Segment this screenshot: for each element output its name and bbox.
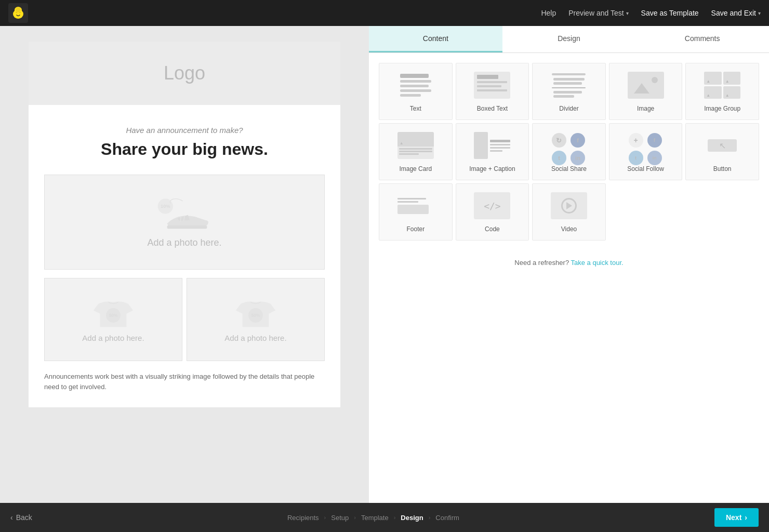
block-image-card-label: Image Card bbox=[399, 165, 432, 172]
top-navigation: Help Preview and Test ▾ Save as Template… bbox=[0, 0, 769, 26]
tab-content[interactable]: Content bbox=[369, 26, 502, 52]
image-card-top bbox=[397, 132, 434, 147]
block-video-icon bbox=[548, 190, 590, 221]
image-icon bbox=[628, 72, 664, 99]
block-image-group-label: Image Group bbox=[704, 105, 740, 112]
play-triangle-icon bbox=[566, 202, 572, 209]
email-announcement-section[interactable]: Have an announcement to make? Share your… bbox=[29, 105, 340, 175]
block-video[interactable]: Video bbox=[532, 183, 606, 241]
play-circle-icon bbox=[561, 198, 577, 214]
refresh-hint: Need a refresher? Take a quick tour. bbox=[369, 250, 769, 275]
main-layout: Logo Have an announcement to make? Share… bbox=[0, 26, 769, 503]
mailchimp-logo bbox=[8, 3, 28, 23]
img-caption-icon bbox=[474, 132, 510, 159]
share-li-icon: in bbox=[571, 151, 585, 165]
divider-icon bbox=[551, 73, 587, 98]
block-image-caption[interactable]: Image + Caption bbox=[456, 123, 529, 180]
img-cell-2 bbox=[723, 72, 741, 85]
shirt-illustration-left: 50% bbox=[87, 297, 139, 334]
quick-tour-link[interactable]: Take a quick tour. bbox=[571, 259, 624, 267]
social-follow-icon: + f t in bbox=[628, 132, 664, 159]
tab-comments[interactable]: Comments bbox=[635, 26, 769, 52]
image-card-icon bbox=[397, 132, 434, 159]
email-left-image-block[interactable]: 50% Add a photo here. bbox=[44, 278, 182, 361]
nav-left bbox=[8, 3, 38, 23]
refresh-hint-text: Need a refresher? bbox=[514, 259, 569, 267]
nav-right: Help Preview and Test ▾ Save as Template… bbox=[541, 9, 761, 17]
block-social-follow[interactable]: + f t in Social Follow bbox=[609, 123, 683, 180]
img-cell-1 bbox=[704, 72, 722, 85]
image-group-icon bbox=[704, 72, 740, 99]
help-link[interactable]: Help bbox=[541, 9, 556, 17]
follow-tw-icon: t bbox=[629, 151, 643, 165]
save-exit-button[interactable]: Save and Exit ▾ bbox=[711, 9, 761, 17]
block-boxed-text-label: Boxed Text bbox=[477, 105, 508, 112]
block-video-label: Video bbox=[561, 225, 577, 233]
block-image-card[interactable]: Image Card bbox=[379, 123, 453, 180]
back-arrow-icon: ‹ bbox=[10, 513, 13, 522]
block-image-icon bbox=[625, 70, 667, 101]
tab-design[interactable]: Design bbox=[502, 26, 636, 52]
mailchimp-logo-icon bbox=[11, 6, 25, 20]
main-image-placeholder-text: Add a photo here. bbox=[147, 237, 221, 248]
left-image-placeholder-text: Add a photo here. bbox=[82, 334, 144, 342]
block-code-icon: </> bbox=[471, 190, 513, 221]
block-social-follow-label: Social Follow bbox=[627, 165, 664, 172]
block-image-card-icon bbox=[395, 130, 436, 161]
text-lines-icon bbox=[400, 74, 431, 97]
block-boxed-text[interactable]: Boxed Text bbox=[456, 63, 529, 120]
save-template-button[interactable]: Save as Template bbox=[641, 9, 699, 17]
email-subtitle: Have an announcement to make? bbox=[60, 126, 309, 135]
button-shape: ↖ bbox=[708, 139, 737, 152]
image-card-bottom bbox=[397, 147, 434, 159]
shirt-illustration-right: 50% bbox=[230, 297, 282, 334]
block-code[interactable]: </> Code bbox=[456, 183, 529, 241]
block-button[interactable]: ↖ Button bbox=[685, 123, 759, 180]
back-button[interactable]: ‹ Back bbox=[10, 513, 32, 522]
block-divider[interactable]: Divider bbox=[532, 63, 606, 120]
breadcrumb-sep-3: › bbox=[394, 514, 396, 521]
breadcrumb-step-recipients: Recipients bbox=[287, 514, 319, 522]
next-button[interactable]: Next › bbox=[714, 508, 759, 527]
follow-plus-icon: + bbox=[629, 133, 643, 148]
code-icon: </> bbox=[474, 192, 510, 219]
preview-test-button[interactable]: Preview and Test ▾ bbox=[568, 9, 628, 17]
share-refresh-icon: ↻ bbox=[552, 133, 566, 148]
svg-rect-9 bbox=[167, 225, 207, 229]
shoe-illustration: 10% bbox=[148, 196, 221, 237]
block-social-share-label: Social Share bbox=[551, 165, 587, 172]
svg-text:50%: 50% bbox=[251, 313, 260, 317]
block-social-share-icon: ↻ f t in bbox=[548, 130, 590, 161]
block-footer[interactable]: Footer bbox=[379, 183, 453, 241]
social-share-icon: ↻ f t in bbox=[551, 132, 587, 159]
breadcrumb-step-design: Design bbox=[401, 514, 423, 522]
block-social-share[interactable]: ↻ f t in Social Share bbox=[532, 123, 606, 180]
right-image-placeholder-text: Add a photo here. bbox=[224, 334, 286, 342]
button-icon: ↖ bbox=[704, 132, 740, 159]
block-image-caption-icon bbox=[471, 130, 513, 161]
breadcrumb-step-template: Template bbox=[361, 514, 389, 522]
breadcrumb-step-confirm: Confirm bbox=[435, 514, 459, 522]
block-text[interactable]: Text bbox=[379, 63, 453, 120]
block-image-group-icon bbox=[701, 70, 743, 101]
content-blocks-grid: Text Boxed Text bbox=[369, 53, 769, 250]
email-preview-panel: Logo Have an announcement to make? Share… bbox=[0, 26, 369, 503]
email-right-image-block[interactable]: 50% Add a photo here. bbox=[187, 278, 325, 361]
img-cell-3 bbox=[704, 86, 722, 99]
footer-icon bbox=[397, 192, 434, 219]
breadcrumb-sep-2: › bbox=[354, 514, 356, 521]
content-panel: Content Design Comments Text bbox=[369, 26, 769, 503]
email-tip-text: Announcements work best with a visually … bbox=[29, 361, 340, 407]
block-button-label: Button bbox=[713, 165, 732, 172]
follow-fb-icon: f bbox=[647, 133, 662, 148]
email-title: Share your big news. bbox=[60, 140, 309, 159]
email-logo-area[interactable]: Logo bbox=[29, 42, 340, 105]
block-image-group[interactable]: Image Group bbox=[685, 63, 759, 120]
preview-dropdown-arrow: ▾ bbox=[626, 10, 629, 16]
block-image[interactable]: Image bbox=[609, 63, 683, 120]
video-icon bbox=[551, 192, 587, 219]
email-container: Logo Have an announcement to make? Share… bbox=[29, 42, 340, 407]
breadcrumb-sep-1: › bbox=[324, 514, 326, 521]
bottom-bar: ‹ Back Recipients › Setup › Template › D… bbox=[0, 503, 769, 532]
email-main-image-block[interactable]: 10% Add a photo here. bbox=[44, 175, 325, 270]
